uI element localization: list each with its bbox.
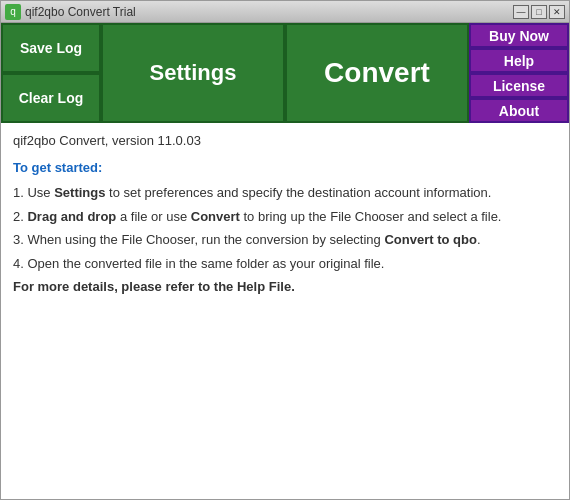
instruction-3-bold1: Convert to qbo — [384, 232, 476, 247]
help-button[interactable]: Help — [469, 48, 569, 73]
toolbar: Save Log Clear Log Settings Convert Buy … — [1, 23, 569, 123]
convert-button[interactable]: Convert — [285, 23, 469, 123]
toolbar-left: Save Log Clear Log — [1, 23, 101, 123]
version-text: qif2qbo Convert, version 11.0.03 — [13, 133, 557, 148]
title-bar: q qif2qbo Convert Trial — □ ✕ — [1, 1, 569, 23]
instruction-4-num: 4. — [13, 256, 27, 271]
instructions-list: 1. Use Settings to set preferences and s… — [13, 183, 557, 273]
about-button[interactable]: About — [469, 98, 569, 123]
instruction-4: 4. Open the converted file in the same f… — [13, 254, 557, 274]
license-button[interactable]: License — [469, 73, 569, 98]
close-button[interactable]: ✕ — [549, 5, 565, 19]
instruction-1-num: 1. — [13, 185, 27, 200]
content-area: qif2qbo Convert, version 11.0.03 To get … — [1, 123, 569, 499]
window-controls: — □ ✕ — [513, 5, 565, 19]
instruction-1-bold1: Settings — [54, 185, 105, 200]
maximize-button[interactable]: □ — [531, 5, 547, 19]
window-title: qif2qbo Convert Trial — [25, 5, 136, 19]
clear-log-button[interactable]: Clear Log — [1, 73, 101, 123]
toolbar-right: Buy Now Help License About — [469, 23, 569, 123]
getting-started-label: To get started: — [13, 160, 557, 175]
title-bar-left: q qif2qbo Convert Trial — [5, 4, 136, 20]
buy-now-button[interactable]: Buy Now — [469, 23, 569, 48]
footer-note: For more details, please refer to the He… — [13, 279, 557, 294]
instruction-2-bold1: Drag and drop — [27, 209, 116, 224]
instruction-1: 1. Use Settings to set preferences and s… — [13, 183, 557, 203]
save-log-button[interactable]: Save Log — [1, 23, 101, 73]
settings-button[interactable]: Settings — [101, 23, 285, 123]
app-icon: q — [5, 4, 21, 20]
toolbar-middle: Settings Convert — [101, 23, 469, 123]
instruction-2: 2. Drag and drop a file or use Convert t… — [13, 207, 557, 227]
instruction-3-num: 3. — [13, 232, 27, 247]
instruction-2-bold2: Convert — [191, 209, 240, 224]
instruction-2-num: 2. — [13, 209, 27, 224]
minimize-button[interactable]: — — [513, 5, 529, 19]
instruction-3: 3. When using the File Chooser, run the … — [13, 230, 557, 250]
main-window: q qif2qbo Convert Trial — □ ✕ Save Log C… — [0, 0, 570, 500]
